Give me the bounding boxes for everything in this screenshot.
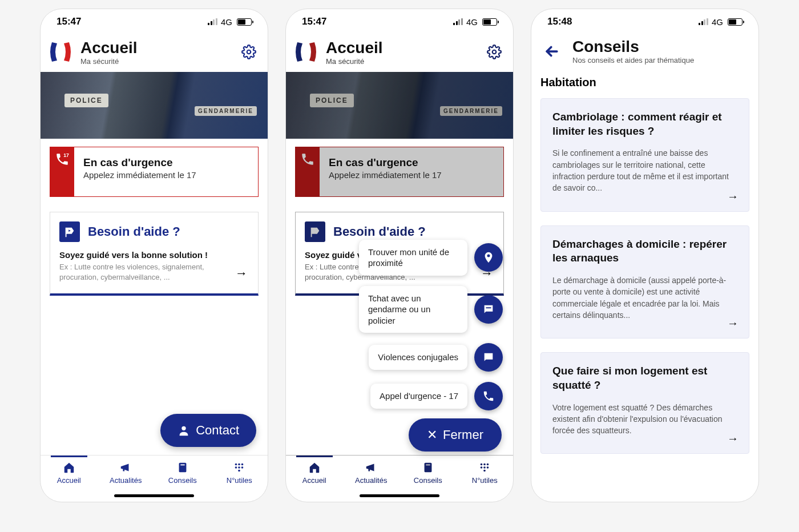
svg-point-12 [493,50,497,54]
advice-card-squat[interactable]: Que faire si mon logement est squatté ? … [540,352,749,454]
arrow-sign-icon [305,221,325,242]
dialpad-icon [478,461,491,474]
emergency-phone-icon [296,147,320,196]
emergency-phone-icon: 17 [50,147,74,196]
emergency-title: En cas d'urgence [83,156,249,169]
fab-item-proximity[interactable]: Trouver mon unité de proximité [359,240,503,276]
settings-button[interactable] [240,43,257,61]
advice-desc: Le démarchage à domicile (aussi appelé p… [552,275,737,321]
app-header: Conseils Nos conseils et aides par théma… [531,34,758,70]
advice-card-demarchages[interactable]: Démarchages à domicile : repérer les arn… [540,225,749,339]
emergency-card[interactable]: En cas d'urgence Appelez immédiatement l… [295,147,504,197]
nav-nutiles[interactable]: N°utiles [211,461,268,485]
nav-label: Accueil [57,476,81,485]
signal-icon [208,18,217,25]
screen-accueil: 15:47 4G Accueil Ma sécurité POLICE GEND… [40,9,268,502]
svg-point-10 [241,466,244,469]
battery-icon [728,18,742,26]
nav-accueil[interactable]: Accueil [286,461,343,485]
back-button[interactable] [540,40,563,63]
close-label: Fermer [443,428,483,442]
svg-point-5 [235,464,237,466]
hero-image: POLICE GENDARMERIE [41,72,268,139]
status-right: 4G [208,17,252,27]
svg-rect-13 [424,463,431,473]
nav-actualites[interactable]: Actualités [98,461,155,485]
contact-label: Contact [196,423,239,438]
bottom-nav: Accueil Actualités Conseils N°utiles [286,455,513,502]
fab-label: Appel d'urgence - 17 [370,384,467,409]
fab-label: Violences conjugales [369,345,467,370]
emergency-card[interactable]: 17 En cas d'urgence Appelez immédiatemen… [50,147,259,197]
close-fab-button[interactable]: ✕ Fermer [409,418,502,452]
app-logo-icon [46,38,75,66]
nav-nutiles[interactable]: N°utiles [457,461,514,485]
battery-icon [482,18,497,26]
nav-label: Actualités [110,476,142,485]
status-bar: 15:47 4G [41,9,268,34]
advice-title: Démarchages à domicile : repérer les arn… [552,237,737,265]
nav-accueil[interactable]: Accueil [41,461,98,485]
app-logo-icon [292,38,320,66]
nav-label: Actualités [355,476,387,485]
page-subtitle: Nos conseils et aides par thématique [572,56,748,65]
arrow-right-icon: → [727,190,739,203]
nav-label: N°utiles [472,476,498,485]
book-icon [422,461,434,474]
content-area: 17 En cas d'urgence Appelez immédiatemen… [41,139,268,455]
status-time: 15:47 [302,16,326,27]
fab-menu: Trouver mon unité de proximité Tchat ave… [359,240,503,411]
status-right: 4G [699,17,742,27]
nav-actualites[interactable]: Actualités [343,461,400,485]
hero-image: POLICE GENDARMERIE [286,72,513,139]
help-lead: Soyez guidé vers la bonne solution ! [59,250,249,260]
arrow-right-icon: → [727,317,739,330]
network-label: 4G [466,17,478,27]
hero-police-badge: POLICE [310,94,354,107]
app-header: Accueil Ma sécurité [286,34,513,72]
battery-icon [237,18,252,26]
svg-rect-3 [179,463,186,473]
status-time: 15:47 [57,16,81,27]
section-title: Habitation [540,76,749,89]
fab-item-tchat[interactable]: Tchat avec un gendarme ou un policier [359,286,503,333]
nav-conseils[interactable]: Conseils [400,461,457,485]
home-indicator [114,494,194,497]
fab-item-appel-urgence[interactable]: Appel d'urgence - 17 [370,382,503,410]
home-icon [308,461,321,474]
network-label: 4G [712,17,723,27]
advice-card-cambriolage[interactable]: Cambriolage : comment réagir et limiter … [540,98,749,212]
nav-label: N°utiles [227,476,252,485]
close-icon: ✕ [427,428,437,442]
svg-point-20 [487,466,489,469]
svg-point-19 [483,466,486,469]
fab-item-violences[interactable]: Violences conjugales [369,343,503,372]
nav-label: Accueil [302,476,326,485]
arrow-sign-icon [59,221,80,242]
svg-text:17: 17 [63,152,69,158]
pin-icon [474,243,503,272]
hero-police-badge: POLICE [64,94,108,107]
page-subtitle: Ma sécurité [326,57,480,66]
signal-icon [699,18,708,25]
status-time: 15:48 [547,16,572,27]
svg-point-11 [238,470,240,472]
nav-label: Conseils [168,476,197,485]
advice-title: Cambriolage : comment réagir et limiter … [552,110,737,138]
svg-point-18 [481,466,483,469]
settings-button[interactable] [486,43,503,61]
book-icon [176,461,189,474]
svg-point-17 [487,464,489,466]
nav-label: Conseils [414,476,442,485]
screen-accueil-fab-open: 15:47 4G Accueil Ma sécurité POLICE GEND… [285,9,514,502]
chat-icon [474,295,503,324]
contact-fab[interactable]: Contact [160,414,256,447]
phone-icon [474,382,503,410]
hero-gendarmerie-badge: GENDARMERIE [195,106,257,116]
help-card[interactable]: Besoin d'aide ? Soyez guidé vers la bonn… [50,212,259,296]
fab-label: Tchat avec un gendarme ou un policier [359,286,467,333]
home-indicator [360,494,439,497]
svg-point-16 [483,464,486,466]
page-subtitle: Ma sécurité [80,57,235,66]
nav-conseils[interactable]: Conseils [154,461,211,485]
